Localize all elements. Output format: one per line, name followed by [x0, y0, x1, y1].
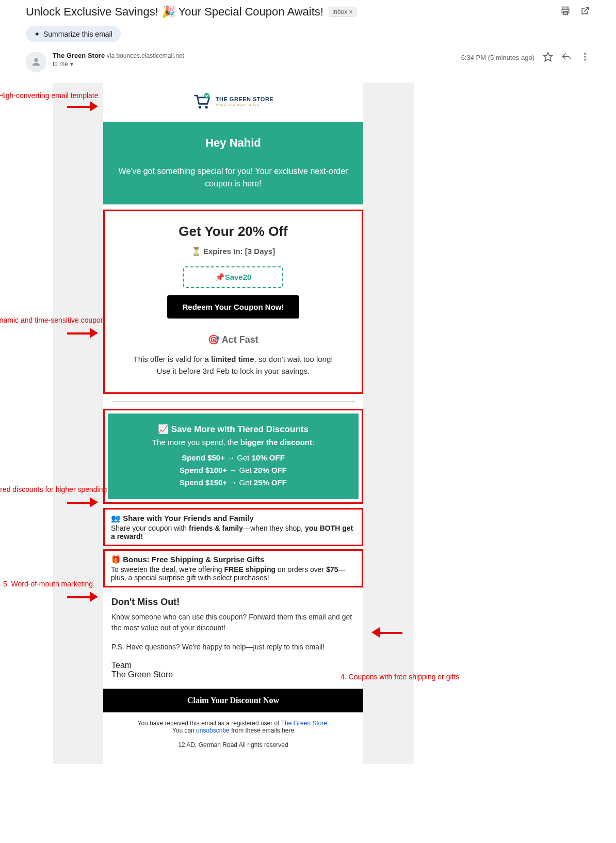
arrow-icon	[67, 592, 98, 602]
offer-text: This offer is valid for a limited time, …	[117, 354, 349, 377]
dont-miss-section: Don't Miss Out! Know someone who can use…	[103, 587, 363, 689]
act-fast-heading: 🎯 Act Fast	[117, 334, 349, 345]
coupon-code[interactable]: 📌Save20	[183, 266, 284, 288]
arrow-icon	[67, 497, 98, 507]
signature-team: Team	[111, 661, 355, 670]
logo-subtitle: MAKE THE NEXT MOVE	[216, 103, 273, 106]
sparkle-icon: ✦	[34, 30, 40, 38]
share-section: 👥 Share with Your Friends and Family Sha…	[103, 508, 363, 546]
svg-point-8	[199, 106, 201, 108]
expires-text: ⏳ Expires In: [3 Days]	[117, 247, 349, 256]
unsubscribe-link[interactable]: unsubscribe	[196, 727, 230, 734]
coupon-heading: Get Your 20% Off	[117, 224, 349, 240]
footer: You have received this email as a regist…	[103, 712, 363, 764]
to-label: to me	[53, 60, 68, 68]
logo-area: THE GREEN STORE MAKE THE NEXT MOVE	[103, 83, 363, 122]
arrow-icon	[67, 101, 98, 112]
more-icon[interactable]	[580, 52, 590, 63]
sender-via: via bounces.elasticemail.net	[107, 52, 184, 59]
open-in-new-icon[interactable]	[580, 6, 590, 18]
store-link[interactable]: The Green Store.	[281, 720, 329, 727]
footer-address: 12 AD, German Road All rights reserved	[108, 741, 358, 749]
cart-icon	[193, 92, 212, 110]
summarize-button[interactable]: ✦ Summarize this email	[26, 26, 121, 42]
divider	[111, 401, 355, 402]
hero-section: Hey Nahid We've got something special fo…	[103, 122, 363, 204]
tiered-section: 📈 Save More with Tiered Discounts The mo…	[103, 409, 363, 504]
to-dropdown[interactable]: to me ▾	[53, 60, 455, 68]
redeem-button[interactable]: Redeem Your Coupon Now!	[167, 295, 300, 319]
timestamp: 6:34 PM (5 minutes ago)	[461, 54, 534, 61]
svg-point-3	[34, 58, 38, 62]
print-icon[interactable]	[560, 6, 571, 18]
share-text: Share your coupon with friends & family—…	[111, 524, 355, 540]
hero-heading: Hey Nahid	[116, 136, 351, 150]
svg-point-5	[584, 53, 586, 55]
tiered-heading: 📈 Save More with Tiered Discounts	[116, 424, 350, 435]
dont-miss-p1: Know someone who can use this coupon? Fo…	[111, 612, 355, 633]
hero-text: We've got something special for you! You…	[116, 165, 351, 190]
summarize-label: Summarize this email	[43, 30, 112, 38]
bonus-heading: 🎁 Bonus: Free Shipping & Surprise Gifts	[111, 555, 355, 564]
signature-store: The Green Store	[111, 670, 355, 679]
tiered-line: Spend $50+ → Get 10% OFF	[116, 452, 350, 464]
star-icon[interactable]	[543, 52, 553, 63]
email-body: THE GREEN STORE MAKE THE NEXT MOVE Hey N…	[53, 83, 414, 764]
tiered-line: Spend $150+ → Get 25% OFF	[116, 476, 350, 489]
svg-point-9	[205, 106, 207, 108]
arrow-icon	[371, 627, 402, 638]
coupon-section: Get Your 20% Off ⏳ Expires In: [3 Days] …	[103, 210, 363, 394]
reply-icon[interactable]	[561, 52, 572, 63]
svg-point-7	[584, 59, 586, 60]
svg-point-6	[584, 56, 586, 57]
dont-miss-heading: Don't Miss Out!	[111, 597, 355, 608]
sender-name: The Green Store	[53, 52, 105, 59]
dont-miss-p2: P.S. Have questions? We're happy to help…	[111, 642, 355, 653]
bonus-section: 🎁 Bonus: Free Shipping & Surprise Gifts …	[103, 549, 363, 587]
share-heading: 👥 Share with Your Friends and Family	[111, 514, 355, 523]
chevron-down-icon: ▾	[70, 60, 73, 68]
tiered-intro: The more you spend, the bigger the disco…	[116, 438, 350, 447]
avatar	[26, 52, 46, 72]
arrow-icon	[67, 328, 98, 338]
inbox-label[interactable]: Inbox ×	[329, 7, 356, 17]
claim-button[interactable]: Claim Your Discount Now	[103, 689, 363, 712]
svg-marker-4	[544, 53, 553, 61]
tiered-line: Spend $100+ → Get 20% OFF	[116, 464, 350, 476]
logo-title: THE GREEN STORE	[216, 97, 273, 102]
bonus-text: To sweeten the deal, we're offering FREE…	[111, 565, 355, 582]
email-subject: Unlock Exclusive Savings! 🎉 Your Special…	[26, 5, 323, 19]
